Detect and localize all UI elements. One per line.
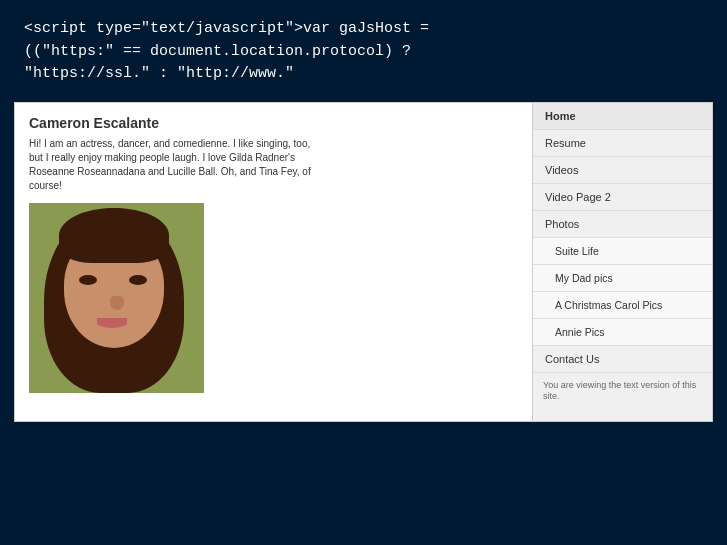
nav-dad-pics[interactable]: My Dad pics	[533, 265, 712, 292]
profile-photo	[29, 203, 204, 393]
nav-photos[interactable]: Photos	[533, 211, 712, 238]
site-description: Hi! I am an actress, dancer, and comedie…	[29, 137, 319, 193]
nav-contact-us[interactable]: Contact Us	[533, 346, 712, 373]
content-area: Cameron Escalante Hi! I am an actress, d…	[15, 103, 532, 421]
sidebar-footer: You are viewing the text version of this…	[533, 373, 712, 410]
nav-annie-pics[interactable]: Annie Pics	[533, 319, 712, 346]
site-title: Cameron Escalante	[29, 115, 518, 131]
code-text: <script type="text/javascript">var gaJsH…	[24, 18, 703, 86]
code-block: <script type="text/javascript">var gaJsH…	[0, 0, 727, 102]
sidebar: Home Resume Videos Video Page 2 Photos S…	[532, 103, 712, 421]
website-frame: Cameron Escalante Hi! I am an actress, d…	[14, 102, 713, 422]
nav-resume[interactable]: Resume	[533, 130, 712, 157]
nav-home[interactable]: Home	[533, 103, 712, 130]
nav-christmas-carol-pics[interactable]: A Christmas Carol Pics	[533, 292, 712, 319]
nav-video-page-2[interactable]: Video Page 2	[533, 184, 712, 211]
nav-videos[interactable]: Videos	[533, 157, 712, 184]
nav-suite-life[interactable]: Suite Life	[533, 238, 712, 265]
